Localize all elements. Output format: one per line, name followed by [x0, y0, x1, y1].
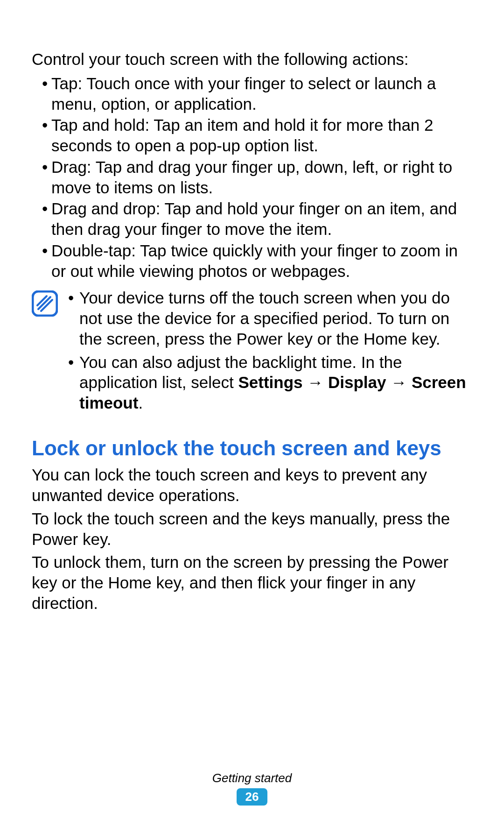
body-paragraph: You can lock the touch screen and keys t… [32, 465, 472, 506]
list-item: Your device turns off the touch screen w… [68, 288, 472, 349]
note-block: Your device turns off the touch screen w… [32, 288, 472, 416]
body-paragraph: To lock the touch screen and the keys ma… [32, 509, 472, 550]
list-item: You can also adjust the backlight time. … [68, 352, 472, 413]
section-heading: Lock or unlock the touch screen and keys [32, 437, 472, 460]
list-item: Drag: Tap and drag your finger up, down,… [42, 157, 472, 198]
list-item: Tap and hold: Tap an item and hold it fo… [42, 115, 472, 156]
footer-section-label: Getting started [0, 771, 504, 785]
document-page: Control your touch screen with the follo… [0, 0, 504, 827]
note-text-suffix: . [138, 394, 143, 412]
body-paragraph: To unlock them, turn on the screen by pr… [32, 552, 472, 613]
list-item: Double-tap: Tap twice quickly with your … [42, 240, 472, 282]
intro-text: Control your touch screen with the follo… [32, 49, 472, 70]
note-icon [32, 290, 58, 317]
note-list: Your device turns off the touch screen w… [65, 288, 472, 416]
touch-actions-list: Tap: Touch once with your finger to sele… [32, 73, 472, 282]
list-item: Drag and drop: Tap and hold your finger … [42, 198, 472, 240]
page-footer: Getting started 26 [0, 771, 504, 806]
list-item: Tap: Touch once with your finger to sele… [42, 73, 472, 114]
footer-page-number: 26 [237, 788, 267, 806]
